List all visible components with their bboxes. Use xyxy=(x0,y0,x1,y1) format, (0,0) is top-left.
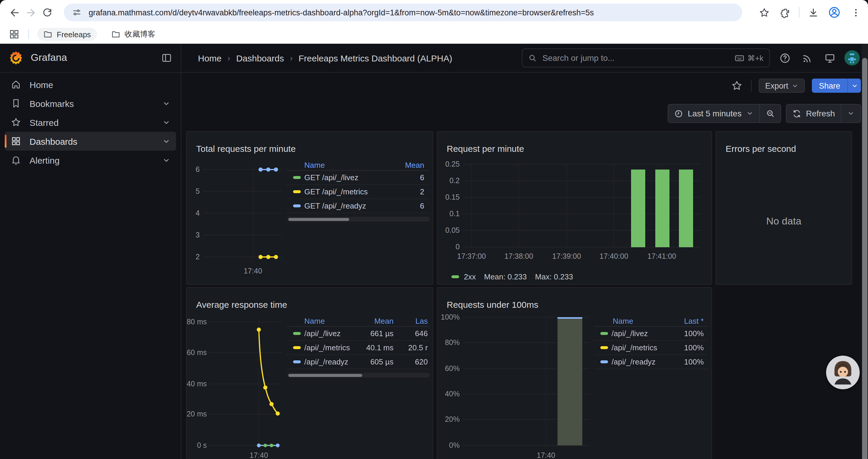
search-box[interactable]: ⌘+k xyxy=(522,48,770,67)
page-scrollbar[interactable] xyxy=(862,44,868,459)
profile-icon[interactable] xyxy=(827,5,842,20)
series-name[interactable]: /api/_/readyz xyxy=(612,357,684,366)
panel-avg-response-time: Average response time 80 ms 60 ms 40 ms … xyxy=(186,287,433,459)
dock-menu-icon[interactable] xyxy=(161,52,173,64)
legend-col-last[interactable]: Last * xyxy=(684,316,706,325)
legend-row[interactable]: GET /api/_/metrics 2 xyxy=(287,185,430,199)
series-name[interactable]: 2xx xyxy=(464,272,476,281)
legend-scrollbar[interactable] xyxy=(287,373,430,378)
toolbar-actions xyxy=(756,5,863,20)
series-mean: 6 xyxy=(420,201,428,210)
series-color-pill[interactable] xyxy=(600,346,608,349)
legend-scrollbar[interactable] xyxy=(287,217,430,222)
legend-row[interactable]: /api/_/livez 661 µs 646 xyxy=(287,327,430,341)
legend-col-mean[interactable]: Mean xyxy=(405,160,428,169)
user-avatar[interactable] xyxy=(844,50,860,66)
svg-text:5: 5 xyxy=(195,187,200,195)
legend-col-name[interactable]: Name xyxy=(613,316,684,325)
chevron-down-icon[interactable] xyxy=(162,156,170,164)
time-range-picker[interactable]: Last 5 minutes xyxy=(668,104,759,122)
series-name[interactable]: /api/_/metrics xyxy=(304,343,356,352)
legend-col-name[interactable]: Name xyxy=(304,160,405,169)
sidebar-item-dashboards[interactable]: Dashboards xyxy=(5,132,176,151)
favorite-star-icon[interactable] xyxy=(730,78,744,93)
refresh-interval-button[interactable] xyxy=(841,104,860,122)
extensions-icon[interactable] xyxy=(778,5,793,20)
bookmark-star-icon[interactable] xyxy=(756,5,772,20)
svg-text:0.15: 0.15 xyxy=(445,193,460,201)
panel-title[interactable]: Errors per second xyxy=(725,144,796,154)
breadcrumb-home[interactable]: Home xyxy=(198,53,222,63)
legend-row[interactable]: /api/_/metrics 100% xyxy=(594,341,707,355)
share-button[interactable]: Share xyxy=(812,78,847,93)
sidebar-item-label: Alerting xyxy=(30,155,60,165)
address-bar[interactable] xyxy=(64,4,742,21)
series-name[interactable]: /api/_/livez xyxy=(612,329,684,338)
svg-text:80 ms: 80 ms xyxy=(187,318,207,326)
breadcrumb-dashboards[interactable]: Dashboards xyxy=(236,53,284,63)
kiosk-monitor-icon[interactable] xyxy=(822,50,837,66)
apps-grid-icon[interactable] xyxy=(8,28,20,40)
reload-icon[interactable] xyxy=(39,4,56,21)
bar-chart[interactable]: 0.25 0.2 0.15 0.1 0.05 0 17:37:00 17:38:… xyxy=(437,132,711,284)
scrollbar-thumb[interactable] xyxy=(862,58,867,459)
sidebar-item-home[interactable]: Home xyxy=(5,75,176,94)
refresh-group: Refresh xyxy=(786,104,861,123)
grafana-header: Home › Dashboards › Freeleaps Metrics Da… xyxy=(181,44,868,73)
export-button[interactable]: Export xyxy=(759,78,805,93)
url-input[interactable] xyxy=(88,7,734,18)
chevron-down-icon[interactable] xyxy=(162,100,170,107)
floating-assistant-avatar[interactable] xyxy=(826,356,860,389)
legend-col-last[interactable]: Las xyxy=(394,316,428,325)
svg-text:17:40: 17:40 xyxy=(250,451,268,459)
bookmark-folder-freeleaps[interactable]: Freeleaps xyxy=(37,28,97,41)
refresh-button[interactable]: Refresh xyxy=(786,104,841,122)
forward-icon[interactable] xyxy=(23,4,39,21)
sidebar-item-starred[interactable]: Starred xyxy=(5,113,176,132)
series-color-pill[interactable] xyxy=(293,176,301,179)
bar-chart[interactable]: 100% 80% 60% 40% 20% 0% 17:40 xyxy=(437,288,711,459)
series-name[interactable]: /api/_/readyz xyxy=(304,357,356,366)
legend-row[interactable]: GET /api/_/livez 6 xyxy=(287,171,430,185)
series-color-pill[interactable] xyxy=(452,275,459,278)
sidebar-item-label: Bookmarks xyxy=(30,98,74,108)
share-menu-button[interactable] xyxy=(847,78,861,93)
series-name[interactable]: /api/_/metrics xyxy=(612,343,684,352)
downloads-icon[interactable] xyxy=(805,5,821,20)
legend-col-name[interactable]: Name xyxy=(304,316,356,325)
legend-row[interactable]: /api/_/readyz 605 µs 620 xyxy=(287,355,430,369)
bookmark-folder-blogs[interactable]: 收藏博客 xyxy=(105,27,161,41)
chevron-down-icon[interactable] xyxy=(162,137,170,145)
series-mean: 2 xyxy=(420,187,428,196)
series-name[interactable]: GET /api/_/metrics xyxy=(304,187,420,196)
site-settings-icon[interactable] xyxy=(72,8,82,17)
series-name[interactable]: GET /api/_/readyz xyxy=(304,201,420,210)
series-color-pill[interactable] xyxy=(293,332,301,335)
search-input[interactable] xyxy=(541,53,735,63)
help-icon[interactable] xyxy=(777,50,793,66)
series-color-pill[interactable] xyxy=(293,190,301,193)
series-color-pill[interactable] xyxy=(600,360,608,363)
legend-col-mean[interactable]: Mean xyxy=(356,316,394,325)
grafana-logo[interactable] xyxy=(8,50,24,66)
legend-row[interactable]: GET /api/_/readyz 6 xyxy=(287,199,430,213)
series-last: 100% xyxy=(684,357,706,366)
sidebar-item-bookmarks[interactable]: Bookmarks xyxy=(5,94,176,113)
series-color-pill[interactable] xyxy=(600,332,608,335)
svg-text:60%: 60% xyxy=(445,364,460,372)
series-color-pill[interactable] xyxy=(293,346,301,349)
back-icon[interactable] xyxy=(6,4,23,21)
series-name[interactable]: /api/_/livez xyxy=(304,329,356,338)
browser-menu-icon[interactable] xyxy=(848,5,863,20)
legend-row[interactable]: /api/_/readyz 100% xyxy=(594,355,707,369)
series-color-pill[interactable] xyxy=(293,204,301,207)
legend-row[interactable]: /api/_/livez 100% xyxy=(594,327,707,341)
news-rss-icon[interactable] xyxy=(800,50,815,66)
svg-text:20 ms: 20 ms xyxy=(187,410,207,418)
series-color-pill[interactable] xyxy=(293,360,301,363)
legend-row[interactable]: /api/_/metrics 40.1 ms 20.5 r xyxy=(287,341,430,355)
series-name[interactable]: GET /api/_/livez xyxy=(304,173,420,182)
zoom-out-button[interactable] xyxy=(759,104,780,122)
chevron-down-icon[interactable] xyxy=(162,119,170,126)
sidebar-item-alerting[interactable]: Alerting xyxy=(5,151,176,169)
